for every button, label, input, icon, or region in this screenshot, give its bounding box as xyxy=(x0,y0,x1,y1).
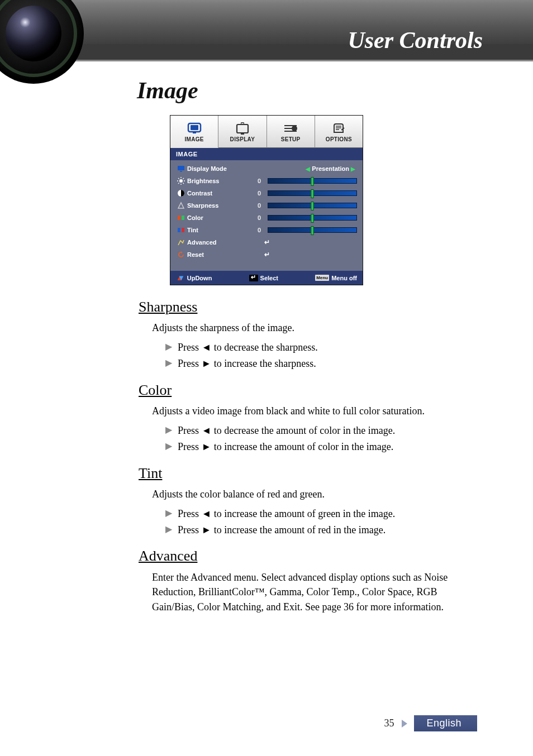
display-icon xyxy=(235,121,250,136)
menu-key-icon: Menu xyxy=(315,275,329,281)
bullet-item: ▶Press ◄ to decrease the amount of color… xyxy=(165,423,477,439)
svg-line-20 xyxy=(183,183,184,184)
row-contrast[interactable]: Contrast 0 xyxy=(170,187,363,199)
row-value: 0 xyxy=(254,178,264,184)
contrast-icon xyxy=(176,189,186,197)
svg-line-19 xyxy=(178,178,179,179)
setup-icon xyxy=(282,121,299,136)
bullet-item: ▶Press ► to increase the amount of red i… xyxy=(165,522,477,538)
section-desc: Adjusts the sharpness of the image. xyxy=(152,321,477,335)
bullet-item: ▶Press ► to increase the sharpness. xyxy=(165,356,477,372)
row-label: Contrast xyxy=(187,190,254,197)
tab-image[interactable]: IMAGE xyxy=(170,116,218,148)
slider[interactable] xyxy=(268,178,357,184)
header-band: User Controls xyxy=(0,0,533,61)
monitor-icon xyxy=(187,121,202,136)
row-label: Brightness xyxy=(187,178,254,184)
row-brightness[interactable]: Brightness 0 xyxy=(170,175,363,187)
section-desc: Enter the Advanced menu. Select advanced… xyxy=(152,570,477,614)
bullet-arrow-icon: ▶ xyxy=(165,522,172,537)
color-icon xyxy=(176,214,186,221)
slider[interactable] xyxy=(268,203,357,208)
svg-rect-2 xyxy=(193,132,196,133)
row-tint[interactable]: Tint 0 xyxy=(170,224,363,236)
bullet-arrow-icon: ▶ xyxy=(165,356,172,370)
bullet-arrow-icon: ▶ xyxy=(165,339,172,354)
row-label: Color xyxy=(187,214,254,221)
slider[interactable] xyxy=(268,227,357,233)
header-title: User Controls xyxy=(348,27,483,54)
row-sharpness[interactable]: Sharpness 0 xyxy=(170,199,363,212)
osd-tabs: IMAGE DISPLAY SETUP OPTIONS xyxy=(170,116,363,148)
lens-decoration xyxy=(0,0,84,84)
svg-rect-12 xyxy=(178,166,184,170)
language-badge: English xyxy=(414,715,477,731)
osd-breadcrumb: IMAGE xyxy=(170,148,363,160)
bullet-arrow-icon: ▶ xyxy=(165,439,172,453)
svg-line-21 xyxy=(178,183,179,184)
bullet-arrow-icon: ▶ xyxy=(165,423,172,437)
sun-icon xyxy=(176,177,186,185)
row-label: Reset xyxy=(187,251,254,258)
row-display-mode[interactable]: Display Mode ◀Presentation▶ xyxy=(170,162,363,175)
bullet-arrow-icon: ▶ xyxy=(165,506,172,520)
section-heading-color: Color xyxy=(139,382,477,399)
reset-icon xyxy=(176,251,186,259)
section-heading-advanced: Advanced xyxy=(139,548,477,564)
footer-select: Select xyxy=(249,275,278,281)
slider[interactable] xyxy=(268,215,357,221)
osd-footer: ▲▼ UpDown Select Menu Menu off xyxy=(170,271,363,285)
slider[interactable] xyxy=(268,190,357,196)
tab-display[interactable]: DISPLAY xyxy=(218,116,266,148)
osd-body: Display Mode ◀Presentation▶ Brightness 0… xyxy=(170,160,363,271)
section-desc: Adjusts a video image from black and whi… xyxy=(152,404,477,418)
tint-icon xyxy=(176,227,186,233)
triangle-icon xyxy=(402,720,407,728)
tab-options[interactable]: OPTIONS xyxy=(315,116,363,148)
tab-label: SETUP xyxy=(281,136,301,142)
page-footer: 35 English xyxy=(384,715,477,731)
svg-point-14 xyxy=(179,179,183,183)
row-label: Display Mode xyxy=(187,165,254,172)
advanced-icon xyxy=(176,238,186,246)
svg-line-22 xyxy=(183,178,184,179)
tab-label: DISPLAY xyxy=(230,136,255,142)
row-value: 0 xyxy=(254,202,264,209)
svg-rect-4 xyxy=(241,133,244,135)
svg-rect-26 xyxy=(178,228,180,232)
section-heading-sharpness: Sharpness xyxy=(139,299,477,315)
row-value: 0 xyxy=(254,190,264,197)
content-body: Sharpness Adjusts the sharpness of the i… xyxy=(139,299,477,614)
sharpness-icon xyxy=(176,202,186,209)
footer-menuoff: Menu Menu off xyxy=(315,275,357,281)
svg-rect-25 xyxy=(182,216,184,220)
row-reset[interactable]: Reset ↵ xyxy=(170,248,363,261)
section-heading-tint: Tint xyxy=(139,465,477,482)
bullet-item: ▶Press ► to increase the amount of color… xyxy=(165,439,477,455)
monitor-icon xyxy=(176,165,186,172)
page-heading: Image xyxy=(137,77,533,104)
row-label: Tint xyxy=(187,227,254,233)
svg-rect-24 xyxy=(178,216,180,220)
enter-key-icon xyxy=(249,275,258,281)
tab-setup[interactable]: SETUP xyxy=(267,116,315,148)
row-value: ◀Presentation▶ xyxy=(254,165,357,172)
svg-rect-1 xyxy=(191,125,198,130)
tab-label: IMAGE xyxy=(184,136,203,142)
page-number: 35 xyxy=(384,717,394,729)
svg-rect-13 xyxy=(180,171,182,172)
footer-updown: ▲▼ UpDown xyxy=(176,274,212,282)
section-desc: Adjusts the color balance of red and gre… xyxy=(152,487,477,501)
svg-rect-3 xyxy=(237,125,248,133)
row-value: 0 xyxy=(254,214,264,221)
row-label: Advanced xyxy=(187,239,254,246)
tab-label: OPTIONS xyxy=(326,136,352,142)
enter-icon: ↵ xyxy=(264,251,270,259)
row-color[interactable]: Color 0 xyxy=(170,212,363,224)
svg-rect-27 xyxy=(182,228,184,232)
row-advanced[interactable]: Advanced ↵ xyxy=(170,236,363,248)
bullet-item: ▶Press ◄ to increase the amount of green… xyxy=(165,506,477,522)
enter-icon: ↵ xyxy=(264,238,270,246)
options-icon xyxy=(331,121,346,136)
bullet-item: ▶Press ◄ to decrease the sharpness. xyxy=(165,339,477,356)
